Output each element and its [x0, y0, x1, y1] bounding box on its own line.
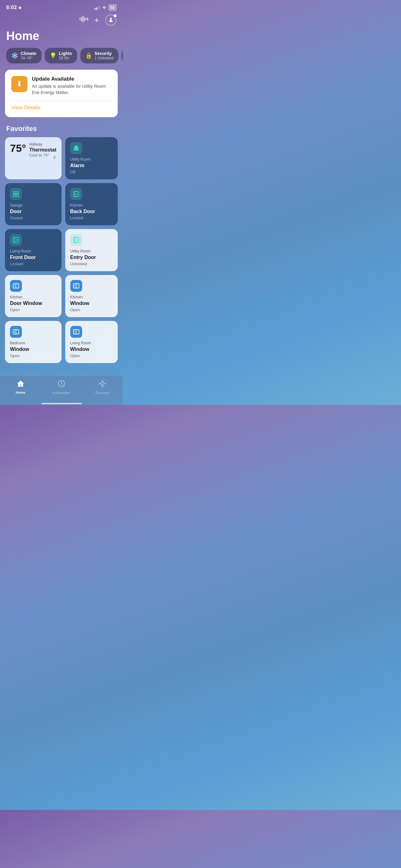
utility-entry-room: Utility Room	[70, 249, 113, 253]
security-sub: 1 Unlocked	[95, 56, 113, 60]
lights-icon: 💡	[49, 52, 57, 59]
alarm-status: Off	[70, 170, 113, 174]
update-divider	[11, 101, 111, 101]
thermostat-room: Hallway	[29, 142, 56, 147]
garage-room: Garage	[10, 203, 57, 208]
utility-entry-door-name: Entry Door	[70, 255, 113, 260]
svg-rect-9	[14, 195, 18, 195]
living-room-window-card[interactable]: Living Room Window Open	[65, 321, 118, 363]
svg-point-6	[110, 18, 112, 20]
kitchen-door-window-room: Kitchen	[10, 295, 57, 299]
status-bar: 6:02 51	[0, 0, 123, 13]
alarm-room: Utility Room	[70, 157, 113, 161]
signal-icon	[94, 5, 100, 10]
nav-home[interactable]: Home	[0, 380, 41, 394]
climate-icon: ❄️	[11, 52, 18, 59]
climate-sub: 74–76°	[21, 56, 37, 60]
automation-nav-label: Automation	[53, 391, 70, 395]
security-icon: 🔒	[85, 52, 92, 59]
favorites-grid: 75° Hallway Thermostat Cool to 74° · Uti…	[0, 137, 123, 363]
svg-rect-3	[84, 17, 85, 21]
garage-door-card[interactable]: Garage Door Closed	[5, 183, 62, 225]
bedroom-window-icon	[10, 326, 22, 338]
kitchen-window-name: Window	[70, 301, 113, 306]
pill-security[interactable]: 🔒 Security 1 Unlocked	[80, 48, 119, 63]
status-right: 51	[94, 4, 116, 11]
nav-discover[interactable]: Discover	[82, 380, 123, 395]
nav-automation[interactable]: Automation	[41, 380, 82, 395]
status-time: 6:02	[6, 4, 22, 11]
kitchen-window-card[interactable]: Kitchen Window Open	[65, 275, 118, 317]
bedroom-window-card[interactable]: Bedroom Window Open	[5, 321, 62, 363]
svg-rect-1	[81, 17, 82, 21]
home-nav-label: Home	[15, 391, 25, 394]
garage-icon	[10, 188, 22, 200]
bedroom-window-room: Bedroom	[10, 341, 57, 345]
svg-rect-4	[86, 18, 87, 20]
security-label: Security	[95, 51, 113, 56]
kitchen-door-window-icon	[10, 280, 22, 292]
svg-rect-10	[14, 194, 18, 194]
pill-climate[interactable]: ❄️ Climate 74–76°	[6, 48, 41, 63]
garage-name: Door	[10, 209, 57, 214]
automation-nav-icon	[58, 380, 66, 390]
svg-rect-11	[14, 193, 18, 193]
kitchen-window-status: Open	[70, 307, 113, 312]
svg-rect-2	[82, 16, 83, 23]
alarm-name: Alarm	[70, 163, 113, 168]
living-room-window-status: Open	[70, 353, 113, 358]
profile-button[interactable]	[105, 14, 116, 26]
battery-indicator: 51	[109, 4, 116, 11]
svg-point-15	[16, 239, 18, 241]
bedroom-window-name: Window	[10, 346, 57, 352]
location-icon	[18, 6, 22, 9]
living-room-window-icon	[70, 326, 82, 338]
utility-entry-door-card[interactable]: Utility Room Entry Door Unlocked	[65, 229, 118, 271]
favorites-section-title: Favorites	[0, 125, 123, 137]
living-front-door-name: Front Door	[10, 255, 57, 260]
waveform-button[interactable]	[79, 16, 88, 24]
page-title: Home	[0, 28, 123, 48]
kitchen-door-window-name: Door Window	[10, 301, 57, 306]
home-indicator-bar	[41, 403, 82, 404]
climate-label: Climate	[21, 51, 37, 56]
living-front-door-card[interactable]: Living Room Front Door Locked	[5, 229, 62, 271]
lights-label: Lights	[59, 51, 72, 56]
garage-status: Closed	[10, 216, 57, 220]
pill-lights[interactable]: 💡 Lights 19 On	[45, 48, 77, 63]
kitchen-back-door-card[interactable]: Kitchen Back Door Locked	[65, 183, 118, 225]
bedroom-window-status: Open	[10, 353, 57, 358]
wifi-icon	[102, 6, 107, 9]
kitchen-room: Kitchen	[70, 203, 113, 208]
add-button[interactable]: +	[94, 15, 99, 25]
kitchen-door-window-status: Open	[10, 307, 57, 312]
living-room-window-room: Living Room	[70, 341, 113, 345]
living-room-window-name: Window	[70, 346, 113, 352]
kitchen-back-door-icon	[70, 188, 82, 200]
pill-speakers[interactable]: 🖥 Sp 1 C	[122, 48, 123, 63]
view-details-link[interactable]: View Details	[11, 105, 111, 111]
kitchen-back-door-status: Locked	[70, 216, 113, 220]
bottom-nav: Home Automation Discover	[0, 376, 123, 401]
lights-sub: 19 On	[59, 56, 72, 60]
category-pills: ❄️ Climate 74–76° 💡 Lights 19 On 🔒 Secur…	[0, 48, 123, 70]
home-nav-icon	[16, 380, 25, 389]
update-title: Update Available	[32, 76, 111, 82]
home-indicator	[0, 401, 123, 405]
thermostat-card[interactable]: 75° Hallway Thermostat Cool to 74° ·	[5, 137, 62, 179]
utility-alarm-card[interactable]: Utility Room Alarm Off	[65, 137, 118, 179]
svg-point-7	[75, 145, 76, 146]
kitchen-back-door-name: Back Door	[70, 209, 113, 214]
svg-point-13	[77, 193, 78, 195]
kitchen-window-icon	[70, 280, 82, 292]
living-room-label: Living Room	[10, 249, 57, 253]
update-icon: ⬇	[11, 76, 28, 92]
utility-entry-door-status: Unlocked	[70, 261, 113, 266]
alarm-icon	[70, 142, 82, 154]
kitchen-door-window-card[interactable]: Kitchen Door Window Open	[5, 275, 62, 317]
thermostat-status: Cool to 74° ·	[29, 153, 56, 162]
discover-nav-icon	[98, 380, 106, 390]
update-card: ⬇ Update Available An update is availabl…	[5, 70, 118, 117]
kitchen-window-room: Kitchen	[70, 295, 113, 299]
svg-point-17	[77, 239, 78, 241]
